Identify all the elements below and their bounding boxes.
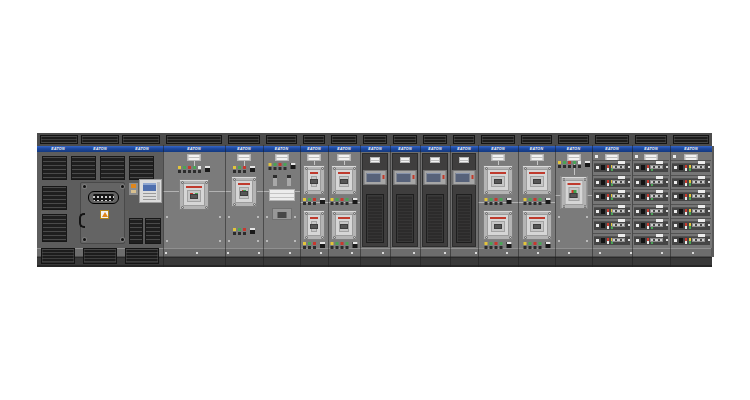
bucket-switch (641, 165, 645, 170)
pilot-light (233, 228, 236, 231)
mcc-bucket (593, 160, 631, 173)
bucket-label (698, 161, 705, 164)
bucket-handle (650, 209, 663, 213)
breaker-screw (333, 167, 336, 170)
section-mcc-column-3: EATON (670, 133, 712, 267)
panel-screw (586, 216, 588, 218)
breaker-face (187, 190, 201, 202)
bucket-handle (692, 180, 705, 184)
perforated-door (456, 194, 472, 243)
breaker-rating-strip (338, 217, 350, 219)
breaker-face (339, 176, 349, 187)
bucket-label (656, 234, 663, 237)
panel-screw (266, 216, 268, 218)
breaker-face (491, 221, 505, 232)
brand-logo: EATON (396, 147, 414, 151)
panel-screw (294, 240, 296, 242)
brand-band: EATON (450, 146, 478, 152)
mcc-bucket (671, 218, 711, 231)
selector-switch (353, 242, 358, 248)
filter-vent-label (430, 157, 440, 163)
brand-logo: EATON (456, 147, 473, 151)
bucket-end-screw (666, 181, 668, 183)
cabinet-body (420, 152, 450, 248)
pilot-light (533, 198, 536, 201)
bucket-handle (612, 223, 625, 227)
cabinet-body (163, 152, 225, 248)
pilot-light (313, 198, 316, 201)
bucket-label (618, 161, 625, 164)
bucket-reset-button (636, 224, 639, 227)
brand-band: EATON (300, 146, 328, 152)
drawout-circuit-breaker (303, 210, 325, 240)
cabinet-body (263, 152, 300, 248)
brand-logo: EATON (366, 147, 384, 151)
louver-vent-grille (145, 218, 161, 244)
base-vent-grille (125, 248, 159, 264)
bucket-pilot-lights (685, 180, 687, 186)
breaker-rating-strip (186, 186, 202, 188)
pilot-light (341, 198, 344, 201)
bucket-reset-button (596, 210, 599, 213)
bucket-switch (601, 238, 605, 243)
breaker-screw (524, 191, 527, 194)
brand-logo: EATON (562, 147, 584, 151)
indicator-light-cluster (485, 242, 512, 248)
breaker-rating-strip (529, 217, 545, 219)
breaker-screw (583, 178, 586, 181)
brand-logo: EATON (87, 147, 112, 151)
bucket-handle (650, 223, 663, 227)
roof-vent-panel (632, 133, 670, 146)
mcc-bucket (593, 218, 631, 231)
pilot-light (273, 163, 276, 166)
roof-vent-panel (390, 133, 420, 146)
racking-port (494, 224, 502, 229)
racking-port (310, 179, 318, 184)
bucket-pilot-lights (647, 194, 649, 200)
pilot-light (238, 166, 241, 169)
breaker-screw (524, 236, 527, 239)
pilot-light (238, 228, 241, 231)
module-window (277, 212, 286, 218)
mcc-bucket (593, 189, 631, 202)
breaker-screw (333, 212, 336, 215)
racking-port (340, 179, 348, 184)
fuse-post (287, 175, 291, 186)
selector-switch (250, 166, 255, 172)
bucket-reset-button (674, 224, 677, 227)
breaker-screw (205, 206, 208, 209)
hmi-screen (367, 173, 381, 182)
brand-band: EATON (360, 146, 390, 152)
racking-port (340, 224, 348, 229)
drive-cabinet-front (452, 153, 476, 247)
bucket-end-screw (628, 181, 630, 183)
breaker-screw (333, 191, 336, 194)
cabinet-body (555, 152, 592, 248)
mcc-bucket (671, 189, 711, 202)
breaker-screw (548, 191, 551, 194)
bucket-handle (612, 209, 625, 213)
brand-band: EATON (632, 146, 670, 152)
pilot-light (243, 228, 246, 231)
racking-port (240, 191, 248, 196)
bucket-label (618, 176, 625, 179)
cabinet-body (450, 152, 478, 248)
bucket-label (618, 219, 625, 222)
bucket-pilot-lights (689, 238, 691, 244)
breaker-screw (353, 212, 356, 215)
drawout-circuit-breaker (331, 165, 357, 195)
pilot-light (178, 166, 181, 169)
pilot-light (341, 242, 344, 245)
display-button (472, 175, 474, 179)
roof-vent-panel (670, 133, 712, 146)
roof-vent-panel (592, 133, 632, 146)
perforated-door (366, 194, 384, 243)
bucket-switch (641, 238, 645, 243)
brand-logo: EATON (334, 147, 353, 151)
drive-cabinet-front (362, 153, 388, 247)
perforated-door (426, 194, 444, 243)
roof-vent-grille (331, 135, 357, 144)
column-latch (635, 155, 638, 158)
selector-switch (205, 166, 210, 172)
pilot-light (336, 198, 339, 201)
